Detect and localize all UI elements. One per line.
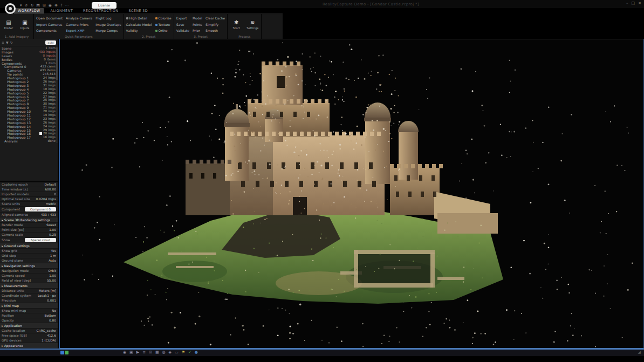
properties-section-header[interactable]: ▸ Mini map [0, 303, 58, 309]
properties-section-header[interactable]: ▸ Appearance [0, 343, 58, 349]
close-button[interactable]: ✕ [638, 1, 641, 5]
refresh-icon[interactable]: ↻ [10, 40, 13, 44]
tree-row[interactable]: Bodies0 items [0, 58, 58, 62]
camera-icon[interactable]: ◉ [49, 3, 52, 8]
property-row[interactable]: Show mini mapNo [0, 309, 58, 313]
help-icon[interactable]: ? [60, 3, 63, 8]
inputs-button[interactable]: ▣Inputs [18, 19, 31, 30]
tree-row[interactable]: Photogroup 627 imgs [0, 95, 58, 99]
check-icon[interactable]: ✓ [188, 350, 191, 355]
tree-row[interactable]: Photogroup 1716 imgs [0, 135, 58, 139]
property-dropdown[interactable]: Component 0 [25, 207, 56, 211]
simplify-button[interactable]: Simplify [205, 23, 225, 27]
folder-button[interactable]: ▤Folder [2, 19, 15, 30]
tree-row[interactable]: Lasers0 inputs [0, 54, 58, 58]
tree-row[interactable]: Component 0433 cams [0, 65, 58, 69]
merge-comps-button[interactable]: Merge Comps [95, 29, 121, 33]
scrollbar-thumb[interactable] [56, 47, 58, 80]
validate-button[interactable]: Validate [176, 29, 189, 33]
tree-row[interactable]: Photogroup 1119 imgs [0, 113, 58, 117]
property-row[interactable]: Distance unitsMeters [m] [0, 289, 58, 293]
components-button[interactable]: Components [36, 29, 63, 33]
texture-button[interactable]: Texture [155, 23, 172, 27]
properties-section-header[interactable]: ▸ Measurements [0, 283, 58, 289]
play-icon[interactable]: ▶ [136, 350, 139, 355]
scene-tree-empty-area[interactable] [0, 143, 58, 181]
grid-icon[interactable]: ⊞ [43, 3, 46, 8]
tab-alignment[interactable]: ALIGNMENT [47, 8, 77, 13]
image-overlaps-button[interactable]: Image Overlaps [95, 23, 121, 27]
redo-icon[interactable]: ↻ [30, 3, 33, 8]
export-xmp-button[interactable]: Export XMP [66, 29, 92, 33]
property-row[interactable]: Point size [px]1.00 [0, 228, 58, 233]
export-button[interactable]: Export [176, 16, 189, 21]
property-row[interactable]: Capturing epochDefault [0, 182, 58, 187]
property-row[interactable]: Render modeSweet [0, 223, 58, 228]
points-button[interactable]: Points [193, 23, 202, 27]
property-row[interactable]: PositionBottom [0, 313, 58, 318]
property-row[interactable]: Grid step1 m [0, 254, 58, 258]
property-row[interactable]: Time window [s]600.00 [0, 187, 58, 192]
tree-row[interactable]: Photogroup 331 imgs [0, 84, 58, 87]
grid-icon[interactable]: ⊞ [149, 350, 152, 355]
property-row[interactable]: Camera scale0.25 [0, 233, 58, 237]
tree-row[interactable]: Photogroup 1028 imgs [0, 110, 58, 113]
viewport-3d[interactable] [59, 39, 644, 349]
app-logo-icon[interactable] [5, 3, 16, 14]
image-icon[interactable]: ▣ [129, 350, 133, 355]
undo-icon[interactable]: ↺ [25, 3, 28, 8]
tree-row[interactable]: Photogroup 124 imgs [0, 76, 58, 80]
open-document-button[interactable]: Open Document [36, 16, 63, 21]
list-icon[interactable]: ≡ [2, 40, 4, 44]
high-detail-button[interactable]: High Detail [126, 16, 152, 21]
tree-row[interactable]: Photogroup 418 imgs [0, 87, 58, 91]
prior-button[interactable]: Prior [193, 29, 202, 33]
tab-reconstruction[interactable]: RECONSTRUCTION [79, 8, 122, 13]
tree-sort-dropdown[interactable]: auto [45, 40, 56, 45]
resize-grip-icon[interactable]: ◢ [638, 350, 641, 354]
camera-icon[interactable]: ◉ [123, 350, 126, 355]
property-row[interactable]: Ground planeAuto [0, 258, 58, 263]
properties-section-header[interactable]: ▸ Application [0, 323, 58, 329]
tree-scrollbar[interactable] [56, 46, 58, 143]
tree-row[interactable]: Photogroup 1620 imgs [0, 132, 58, 135]
smooth-button[interactable]: Smooth [205, 29, 225, 33]
tree-row[interactable]: Cameras433 items [0, 69, 58, 72]
property-dropdown[interactable]: Sparse cloud [25, 238, 56, 242]
maximize-button[interactable]: □ [632, 1, 635, 5]
ruler-icon[interactable]: ▭ [175, 350, 179, 355]
property-row[interactable]: Navigation modeOrbit [0, 269, 58, 274]
tree-row[interactable]: Photogroup 1529 imgs [0, 128, 58, 132]
tab-workflow[interactable]: WORKFLOW [14, 8, 44, 13]
scene-icon[interactable]: ⬒ [36, 3, 40, 8]
clear-cache-button[interactable]: Clear Cache [205, 16, 225, 21]
property-row[interactable]: Field of view [deg]55.00 [0, 278, 58, 283]
property-row[interactable]: GPU devices1 (CUDA) [0, 338, 58, 343]
property-row[interactable]: Scene unitsmetric [0, 202, 58, 207]
property-row[interactable]: Free space [GB]412.6 [0, 333, 58, 338]
tree-row[interactable]: Photogroup 725 imgs [0, 98, 58, 102]
model-button[interactable]: Model [193, 16, 202, 21]
property-row[interactable]: Imported models0 [0, 192, 58, 197]
property-row[interactable]: Show gridYes [0, 249, 58, 254]
record-icon[interactable]: ● [195, 350, 198, 355]
tree-row[interactable]: Photogroup 1223 imgs [0, 117, 58, 121]
properties-section-header[interactable]: ▸ Ground settings [0, 243, 58, 249]
mesh-icon[interactable]: ▦ [155, 350, 159, 355]
flight-log-button[interactable]: Flight Log [95, 16, 121, 21]
property-row[interactable]: Cache locationC:\RC_cache [0, 329, 58, 333]
progress-icon[interactable] [65, 351, 68, 354]
colorize-button[interactable]: Colorize [155, 16, 172, 21]
tab-scene-3d[interactable]: SCENE 3D [125, 8, 152, 13]
license-button[interactable]: License [92, 2, 117, 9]
tree-row[interactable]: Components1 item [0, 62, 58, 65]
tree-row[interactable]: Photogroup 830 imgs [0, 102, 58, 106]
tree-row[interactable]: Photogroup 921 imgs [0, 106, 58, 110]
tree-row[interactable]: Tie points245,813 [0, 72, 58, 76]
save-icon[interactable]: ▾ [20, 3, 22, 8]
property-row[interactable]: Optimal texel size0.0204 m/px [0, 197, 58, 202]
properties-section-header[interactable]: ▸ Scene 3D Rendering settings [0, 217, 58, 223]
tree-row[interactable]: Photogroup 1424 imgs [0, 125, 58, 128]
filter-icon[interactable]: ▼ [6, 40, 9, 44]
tree-row[interactable]: Analysisdone [0, 139, 58, 143]
